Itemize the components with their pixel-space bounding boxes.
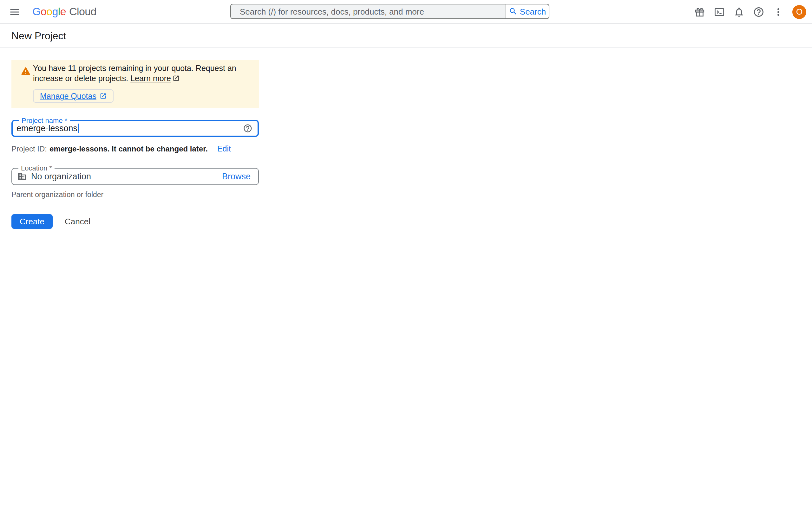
project-name-field[interactable]: Project name * emerge-lessons [11,120,259,137]
google-logo-wordmark: Google [32,5,66,18]
create-button[interactable]: Create [11,214,53,229]
gift-icon [694,6,705,17]
cancel-button[interactable]: Cancel [62,217,93,226]
gcp-console-page: GoogleCloud Search [0,0,812,507]
project-id-detail: emerge-lessons. It cannot be changed lat… [49,145,208,153]
page-header: New Project [0,24,812,48]
manage-quotas-button[interactable]: Manage Quotas [33,89,113,103]
logo-cloud-text: Cloud [69,5,96,18]
help-outline-icon [243,124,252,133]
top-bar-actions: O [694,0,812,23]
main-menu-button[interactable] [8,5,21,18]
page-title: New Project [11,30,66,42]
text-caret [78,124,79,133]
project-id-prefix: Project ID: [11,145,47,153]
location-value: No organization [31,172,91,181]
search-icon [509,7,518,16]
search-button-label: Search [520,7,546,16]
global-search: Search [230,4,549,19]
form-actions: Create Cancel [11,214,812,229]
notifications-button[interactable] [733,6,745,17]
project-name-value: emerge-lessons [16,124,78,133]
learn-more-label: Learn more [131,74,171,83]
help-icon [753,6,764,17]
organization-building-icon [17,172,27,181]
project-name-label: Project name * [19,117,70,125]
hamburger-icon [9,6,20,17]
google-cloud-logo[interactable]: GoogleCloud [32,5,96,18]
free-trial-gift-button[interactable] [694,6,705,17]
search-input[interactable] [230,4,506,19]
browse-button[interactable]: Browse [222,172,251,181]
manage-quotas-label: Manage Quotas [40,92,96,101]
open-in-new-icon [100,93,107,100]
more-options-button[interactable] [773,6,784,17]
project-name-help-button[interactable] [243,124,252,133]
search-button[interactable]: Search [506,4,549,19]
notifications-icon [733,6,745,17]
open-in-new-icon [172,74,179,81]
learn-more-link[interactable]: Learn more [131,74,179,83]
location-helper-text: Parent organization or folder [11,191,812,199]
quota-warning-banner: You have 11 projects remaining in your q… [11,60,259,108]
avatar-initial: O [796,7,803,16]
project-id-row: Project ID: emerge-lessons. It cannot be… [11,145,812,153]
quota-banner-body: You have 11 projects remaining in your q… [33,64,250,103]
quota-message: You have 11 projects remaining in your q… [33,64,250,83]
new-project-form: You have 11 projects remaining in your q… [0,60,812,229]
edit-project-id-link[interactable]: Edit [217,145,231,153]
top-bar: GoogleCloud Search [0,0,812,24]
location-field: Location * No organization Browse [11,168,259,185]
help-button[interactable] [753,6,764,17]
more-vert-icon [773,6,784,17]
cloud-shell-icon [714,6,725,17]
warning-icon [21,66,31,76]
account-avatar[interactable]: O [792,5,806,19]
location-label: Location * [18,164,55,172]
cloud-shell-button[interactable] [714,6,725,17]
